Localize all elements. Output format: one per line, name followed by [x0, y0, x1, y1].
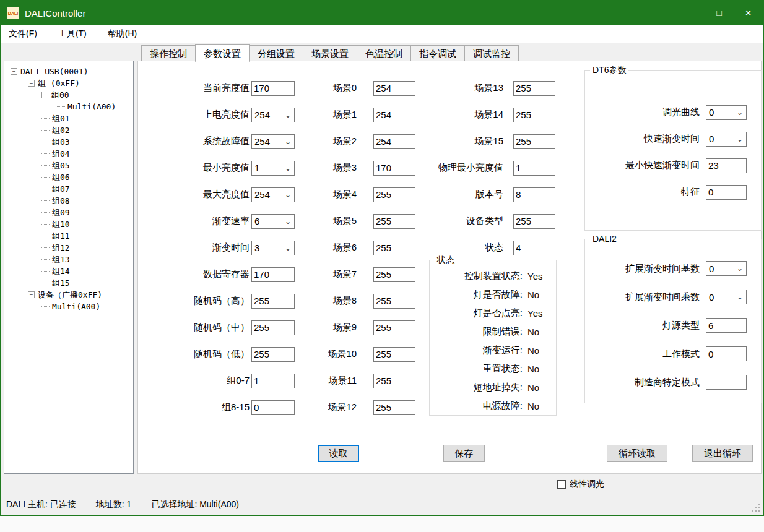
scene-2-input[interactable] [373, 134, 415, 149]
field-label: 状态 [429, 242, 503, 254]
manufacturer-mode-input[interactable] [706, 375, 747, 390]
tree-node-group04[interactable]: 组04 [4, 148, 133, 160]
tree-node-group08[interactable]: 组08 [4, 195, 133, 207]
tree-node-label: 组 (0xFF) [38, 78, 80, 89]
tree-node-label: 组07 [52, 184, 70, 195]
scene-11-input[interactable] [373, 374, 415, 388]
tree-node-group-0xff[interactable]: −组 (0xFF) [4, 77, 133, 89]
tree-connector [41, 259, 50, 260]
tab-parameter-settings[interactable]: 参数设置 [195, 44, 250, 62]
status-value: No [527, 290, 539, 300]
tree-node-group05[interactable]: 组05 [4, 160, 133, 171]
tree-node-group00[interactable]: −组00 [4, 89, 133, 101]
groups-8-15-input[interactable] [251, 400, 295, 415]
tab-grouping-settings[interactable]: 分组设置 [249, 45, 303, 61]
current-level-input[interactable] [251, 81, 295, 96]
scene-1-input[interactable] [373, 108, 415, 122]
random-code-low-input[interactable] [251, 347, 295, 362]
save-button[interactable]: 保存 [443, 445, 485, 462]
fast-fade-time-select[interactable]: 0⌄ [706, 132, 747, 147]
tree-node-group15[interactable]: 组15 [4, 277, 133, 289]
data-register-input[interactable] [251, 267, 295, 282]
tree-node-group09[interactable]: 组09 [4, 207, 133, 218]
tree-node-group07[interactable]: 组07 [4, 183, 133, 195]
tree-node-group10[interactable]: 组10 [4, 218, 133, 230]
scene-6-input[interactable] [373, 241, 415, 255]
operating-mode-input[interactable] [706, 346, 747, 361]
field-label: 扩展渐变时间基数 [593, 263, 700, 275]
menu-help[interactable]: 帮助(H) [100, 25, 144, 43]
address-count: 地址数: 1 [96, 499, 132, 510]
resize-grip[interactable] [752, 504, 760, 512]
scene-0-input[interactable] [373, 81, 415, 96]
minimize-button[interactable]: — [675, 1, 705, 25]
scene-7-input[interactable] [373, 267, 415, 282]
loop-read-button[interactable]: 循环读取 [607, 445, 667, 462]
device-type-input[interactable] [513, 214, 555, 229]
fade-rate-select[interactable]: 6⌄ [251, 214, 295, 229]
tree-node-dali-usb[interactable]: −DALI USB(0001) [4, 66, 133, 77]
collapse-icon[interactable]: − [11, 68, 17, 75]
tree-node-group01[interactable]: 组01 [4, 113, 133, 124]
tree-node-group06[interactable]: 组06 [4, 171, 133, 183]
close-button[interactable]: ✕ [734, 1, 763, 25]
random-code-high-input[interactable] [251, 294, 295, 309]
tree-node-group02[interactable]: 组02 [4, 124, 133, 136]
ext-fade-time-base-select[interactable]: 0⌄ [706, 261, 747, 276]
linear-dimming-checkbox[interactable]: 线性调光 [557, 479, 604, 490]
fade-time-select[interactable]: 3⌄ [251, 241, 295, 255]
scene-5-input[interactable] [373, 214, 415, 229]
tab-debug-monitor[interactable]: 调试监控 [464, 45, 519, 61]
chevron-down-icon: ⌄ [737, 264, 746, 273]
tree-node-group11[interactable]: 组11 [4, 230, 133, 242]
collapse-icon[interactable]: − [28, 80, 35, 87]
scene-10-input[interactable] [373, 347, 415, 362]
scene-13-input[interactable] [513, 81, 555, 96]
system-failure-level-select[interactable]: 254⌄ [251, 134, 295, 149]
exit-loop-button[interactable]: 退出循环 [692, 445, 753, 462]
max-level-select[interactable]: 254⌄ [251, 187, 295, 202]
version-input[interactable] [513, 187, 555, 202]
features-input[interactable] [706, 185, 747, 200]
scene-9-input[interactable] [373, 320, 415, 335]
physical-min-level-input[interactable] [513, 161, 555, 176]
tree-node-multi-a00-device[interactable]: Multi(A00) [4, 301, 133, 312]
scene-15-input[interactable] [513, 134, 555, 149]
light-source-type-input[interactable] [706, 318, 747, 333]
groups-0-7-input[interactable] [251, 374, 295, 388]
dim-curve-select[interactable]: 0⌄ [706, 105, 747, 120]
tab-command-debug[interactable]: 指令调试 [410, 45, 465, 61]
ext-fade-time-mult-select[interactable]: 0⌄ [706, 290, 747, 304]
collapse-icon[interactable]: − [41, 92, 48, 98]
tab-scene-settings[interactable]: 场景设置 [303, 45, 357, 61]
scene-3-input[interactable] [373, 161, 415, 176]
tree-node-group03[interactable]: 组03 [4, 136, 133, 148]
tree-node-group14[interactable]: 组14 [4, 265, 133, 277]
collapse-icon[interactable]: − [28, 291, 35, 298]
dt6-groupbox: DT6参数 调光曲线0⌄ 快速渐变时间0⌄ 最小快速渐变时间 特征 [584, 70, 762, 231]
tree-node-group12[interactable]: 组12 [4, 242, 133, 254]
read-button[interactable]: 读取 [318, 445, 359, 462]
tree-node-group13[interactable]: 组13 [4, 254, 133, 265]
status-value-input[interactable] [513, 241, 555, 255]
checkbox-icon[interactable] [557, 480, 566, 489]
menu-file[interactable]: 文件(F) [1, 25, 45, 43]
min-level-select[interactable]: 1⌄ [251, 161, 295, 176]
maximize-button[interactable]: □ [705, 1, 734, 25]
tab-operation-control[interactable]: 操作控制 [141, 45, 196, 61]
random-code-mid-input[interactable] [251, 320, 295, 335]
power-on-level-select[interactable]: 254⌄ [251, 108, 295, 122]
tree-node-multi-a00[interactable]: Multi(A00) [4, 101, 133, 113]
status-label: 控制装置状态: [430, 270, 523, 282]
scene-8-input[interactable] [373, 294, 415, 309]
tree-node-device-broadcast[interactable]: −设备（广播0xFF) [4, 289, 133, 301]
menu-tools[interactable]: 工具(T) [51, 25, 94, 43]
tab-color-temp-control[interactable]: 色温控制 [357, 45, 411, 61]
scene-4-input[interactable] [373, 187, 415, 202]
min-fast-fade-time-input[interactable] [706, 158, 747, 173]
field-label: 渐变速率 [150, 215, 250, 227]
scene-14-input[interactable] [513, 108, 555, 122]
scene-12-input[interactable] [373, 400, 415, 415]
tab-strip: 操作控制 参数设置 分组设置 场景设置 色温控制 指令调试 调试监控 [141, 43, 518, 61]
selected-address: 已选择地址: Multi(A00) [151, 499, 239, 510]
